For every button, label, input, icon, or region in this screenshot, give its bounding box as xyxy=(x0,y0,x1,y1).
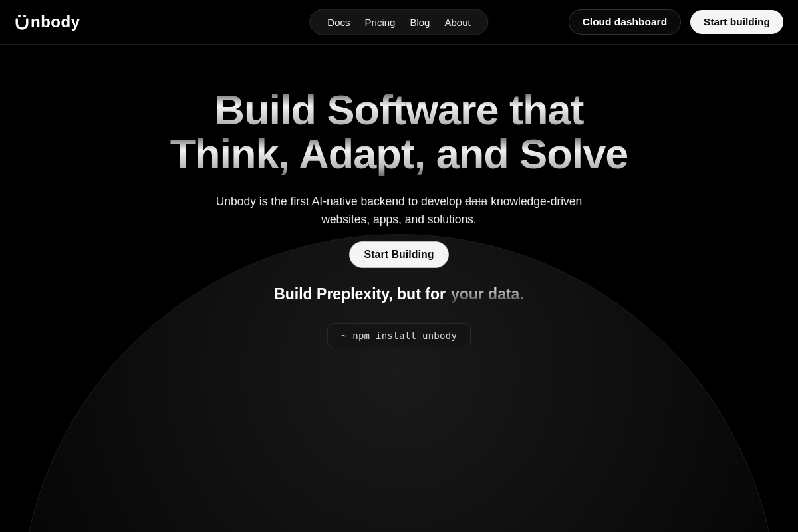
brand-name: nbody xyxy=(31,13,80,31)
nav-link-blog[interactable]: Blog xyxy=(410,17,430,28)
hero-headline: Build Software that Think, Adapt, and So… xyxy=(170,88,628,176)
hero-tagline-faded: your data. xyxy=(451,285,524,303)
brand-logo-icon xyxy=(15,14,29,30)
nav-link-docs[interactable]: Docs xyxy=(327,17,350,28)
hero-cta-wrap: Start Building xyxy=(349,241,450,268)
hero-headline-line-2: Think, Adapt, and Solve xyxy=(170,132,628,176)
site-header: nbody Docs Pricing Blog About Cloud dash… xyxy=(0,0,798,44)
background-sphere xyxy=(20,234,778,532)
svg-point-0 xyxy=(18,15,21,17)
hero-subheading: Unbody is the first AI-native backend to… xyxy=(213,193,585,229)
hero-headline-line-1: Build Software that xyxy=(214,88,583,132)
hero-section: Build Software that Think, Adapt, and So… xyxy=(0,44,798,532)
hero-tagline-main: Build Preplexity, but for xyxy=(274,285,446,303)
brand-logo[interactable]: nbody xyxy=(15,13,80,31)
cloud-dashboard-button[interactable]: Cloud dashboard xyxy=(569,9,681,35)
start-building-header-button[interactable]: Start building xyxy=(690,10,783,34)
nav-link-about[interactable]: About xyxy=(444,17,470,28)
primary-nav: Docs Pricing Blog About xyxy=(309,9,488,35)
nav-link-pricing[interactable]: Pricing xyxy=(365,17,396,28)
svg-point-1 xyxy=(23,15,26,17)
hero-sub-strike: data xyxy=(465,195,487,208)
start-building-hero-button[interactable]: Start Building xyxy=(349,241,450,268)
header-actions: Cloud dashboard Start building xyxy=(569,9,783,35)
hero-tagline: Build Preplexity, but for your data. xyxy=(274,285,524,303)
hero-sub-pre: Unbody is the first AI-native backend to… xyxy=(216,195,466,208)
npm-install-snippet[interactable]: ~ npm install unbody xyxy=(327,323,471,348)
